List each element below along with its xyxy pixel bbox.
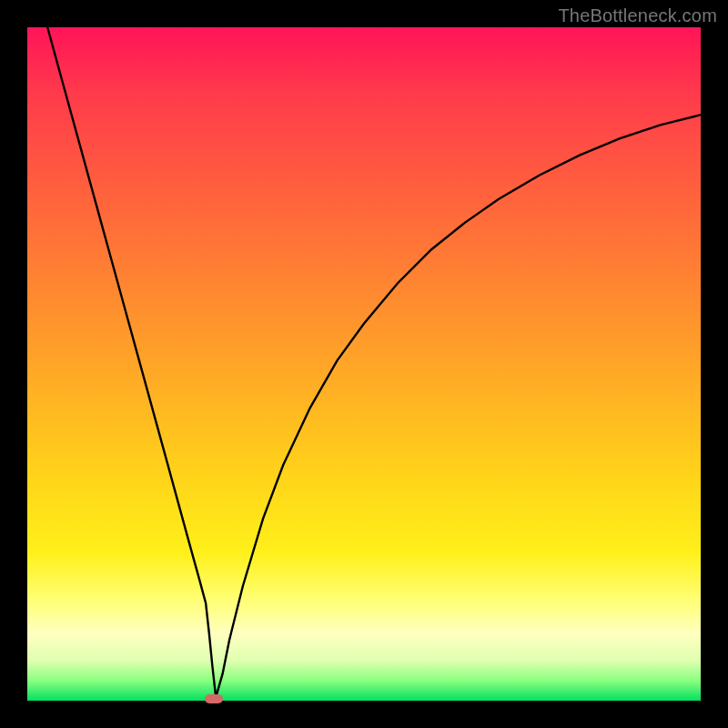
chart-frame: TheBottleneck.com bbox=[0, 0, 728, 728]
attribution-text: TheBottleneck.com bbox=[558, 5, 717, 26]
curve-path bbox=[47, 27, 701, 697]
plot-area bbox=[27, 27, 701, 701]
min-marker bbox=[205, 694, 223, 703]
bottleneck-curve bbox=[27, 27, 701, 701]
